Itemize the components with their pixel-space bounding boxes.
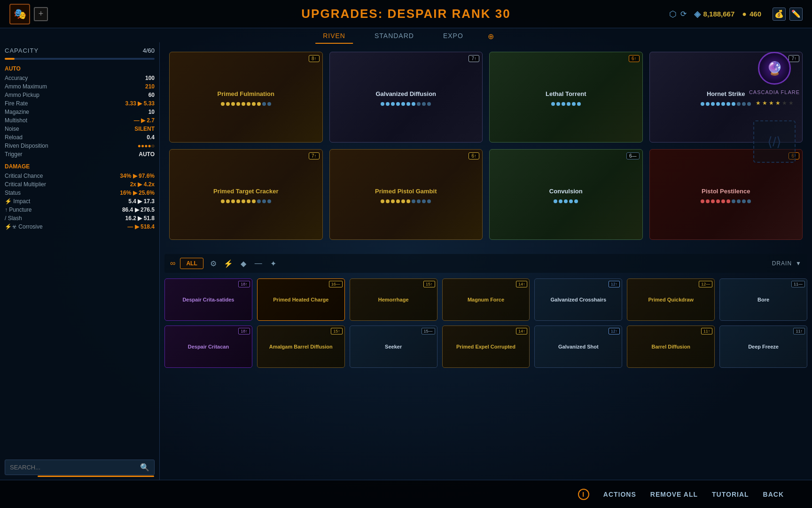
mod-badge-1: 7↑ [468, 55, 479, 62]
remove-all-label: REMOVE ALL [650, 491, 698, 498]
remove-all-button[interactable]: REMOVE ALL [650, 491, 698, 498]
inv-mod-2[interactable]: 15↑ Hemorrhage [350, 278, 437, 321]
inv-name-0: Despair Crita-satides [182, 296, 234, 303]
actions-button[interactable]: ACTIONS [603, 491, 636, 498]
mod-dots-0 [221, 102, 271, 106]
stat-multishot: Multishot — ▶ 2.7 [5, 116, 155, 125]
filter-all-button[interactable]: ALL [180, 258, 203, 269]
riven-placeholder[interactable]: ⟨/⟩ [753, 120, 796, 163]
inv-badge-13: 11↑ [793, 328, 805, 334]
inv-badge-0: 18↑ [238, 281, 250, 287]
inv-name-2: Hemorrhage [378, 296, 409, 303]
inv-mod-1[interactable]: 16— Primed Heated Charge [257, 278, 345, 321]
mod-name-5: Primed Pistol Gambit [371, 186, 440, 198]
top-bar: 🎭 + UPGRADES: DESPAIR RANK 30 ⬡ ⟳ ◈ 8,18… [0, 0, 812, 28]
inventory-grid: 18↑ Despair Crita-satides 16— Primed Hea… [164, 278, 807, 368]
info-icon[interactable]: i [578, 489, 589, 500]
trade-icon: ⟳ [680, 9, 687, 18]
mod-dots-4 [221, 199, 271, 203]
inv-mod-5[interactable]: 12— Primed Quickdraw [627, 278, 715, 321]
tab-standard[interactable]: Standard [367, 29, 422, 44]
page-title: UPGRADES: DESPAIR RANK 30 [301, 7, 510, 21]
inv-mod-12[interactable]: 11↑ Barrel Diffusion [627, 325, 715, 368]
drain-dropdown[interactable]: DRAIN ▼ [772, 260, 802, 267]
inv-mod-8[interactable]: 15↑ Amalgam Barrel Diffusion [257, 325, 345, 368]
search-input[interactable] [10, 464, 140, 471]
mod-badge-6: 6— [626, 152, 640, 159]
stat-reload: Reload 0.4 [5, 133, 155, 142]
main-container: 🎭 + UPGRADES: DESPAIR RANK 30 ⬡ ⟳ ◈ 8,18… [0, 0, 812, 508]
mod-slot-2[interactable]: 6↑ Lethal Torrent [489, 52, 643, 143]
mod-dots-6 [554, 199, 578, 203]
filter-icon-3[interactable]: ◆ [238, 258, 249, 269]
stat-ammo-pickup: Ammo Pickup 60 [5, 91, 155, 99]
inv-badge-11: 12↑ [609, 328, 620, 334]
inv-mod-3[interactable]: 14↑ Magnum Force [442, 278, 530, 321]
sidebar: CAPACITY 4/60 AUTO Accuracy 100 Ammo Max… [0, 42, 160, 480]
tab-riven[interactable]: Riven [315, 29, 353, 44]
inv-badge-2: 15↑ [423, 281, 435, 287]
inv-name-11: Galvanized Shot [558, 343, 599, 350]
inv-mod-7[interactable]: 18↑ Despair Critacan [164, 325, 252, 368]
mod-slot-0[interactable]: 8↑ Primed Fulmination [169, 52, 323, 143]
capacity-bar [5, 58, 155, 60]
stat-impact: ⚡ Impact 5.4 ▶ 17.3 [5, 197, 155, 206]
platinum-icon: ◈ [694, 9, 701, 19]
coin-icon[interactable]: 💰 [773, 8, 786, 21]
inv-mod-10[interactable]: 14↑ Primed Expel Corrupted [442, 325, 530, 368]
inv-mod-4[interactable]: 12↑ Galvanized Crosshairs [534, 278, 622, 321]
mod-slot-4[interactable]: 7↑ Primed Target Cracker [169, 149, 323, 240]
inv-mod-6[interactable]: 11— Bore [719, 278, 807, 321]
stat-puncture: ↑ Puncture 86.4 ▶ 276.5 [5, 206, 155, 214]
mod-name-1: Galvanized Diffusion [372, 88, 440, 100]
tab-expo[interactable]: Expo [436, 29, 471, 44]
filter-bar: ∞ ALL ⚙ ⚡ ◆ — ✦ DRAIN ▼ [164, 254, 807, 273]
inv-badge-10: 14↑ [516, 328, 528, 334]
inv-badge-3: 14↑ [516, 281, 528, 287]
mod-slot-1[interactable]: 7↑ Galvanized Diffusion [329, 52, 483, 143]
back-button[interactable]: BACK [763, 491, 784, 498]
back-label: BACK [763, 491, 784, 498]
stat-noise: Noise SILENT [5, 125, 155, 133]
tab-add[interactable]: ⊕ [485, 29, 497, 44]
star-rating: ★ ★ ★ ★ ★ ★ [756, 100, 794, 106]
inv-mod-9[interactable]: 15— Seeker [350, 325, 437, 368]
inv-name-7: Despair Critacan [188, 343, 229, 350]
inv-mod-0[interactable]: 18↑ Despair Crita-satides [164, 278, 252, 321]
info-button[interactable]: i [578, 489, 589, 500]
mod-name-4: Primed Target Cracker [210, 186, 282, 198]
inv-name-1: Primed Heated Charge [273, 296, 328, 303]
inv-badge-4: 12↑ [609, 281, 620, 287]
avatar-button[interactable]: 🎭 [9, 4, 30, 24]
platinum-value: 8,188,667 [703, 10, 735, 18]
platinum-display: ◈ 8,188,667 [694, 9, 735, 19]
stat-corrosive: ⚡☣ Corrosive — ▶ 518.4 [5, 222, 155, 231]
mod-slot-5[interactable]: 6↑ Primed Pistol Gambit [329, 149, 483, 240]
filter-icon-4[interactable]: — [253, 258, 264, 269]
mod-name-7: Pistol Pestilence [698, 186, 754, 198]
inv-badge-8: 15↑ [331, 328, 343, 334]
credits-display: ● 460 [742, 10, 761, 18]
inv-badge-12: 11↑ [701, 328, 713, 334]
mod-slots-area: 8↑ Primed Fulmination 7↑ Galvanized Diff… [160, 42, 812, 249]
add-button[interactable]: + [34, 7, 48, 21]
filter-icon-5[interactable]: ✦ [268, 258, 279, 269]
tabs-row: Riven Standard Expo ⊕ [315, 29, 497, 44]
filter-icon-1[interactable]: ⚙ [208, 258, 219, 269]
stat-ammo-max: Ammo Maximum 210 [5, 82, 155, 91]
inv-mod-11[interactable]: 12↑ Galvanized Shot [534, 325, 622, 368]
inv-badge-1: 16— [329, 281, 343, 287]
stat-slash: / Slash 16.2 ▶ 51.8 [5, 214, 155, 222]
inv-name-12: Barrel Diffusion [651, 343, 690, 350]
inv-mod-13[interactable]: 11↑ Deep Freeze [719, 325, 807, 368]
infinity-icon[interactable]: ∞ [170, 259, 175, 268]
filter-icon-2[interactable]: ⚡ [223, 258, 234, 269]
mod-badge-4: 7↑ [309, 152, 320, 159]
stat-magazine: Magazine 10 [5, 108, 155, 116]
tutorial-button[interactable]: TUTORIAL [712, 491, 749, 498]
edit-icon[interactable]: ✏️ [789, 8, 803, 21]
mod-badge-5: 6↑ [468, 152, 479, 159]
mod-slot-6[interactable]: 6— Convulsion [489, 149, 643, 240]
inv-badge-9: 15— [422, 328, 435, 334]
inv-name-5: Primed Quickdraw [648, 296, 694, 303]
